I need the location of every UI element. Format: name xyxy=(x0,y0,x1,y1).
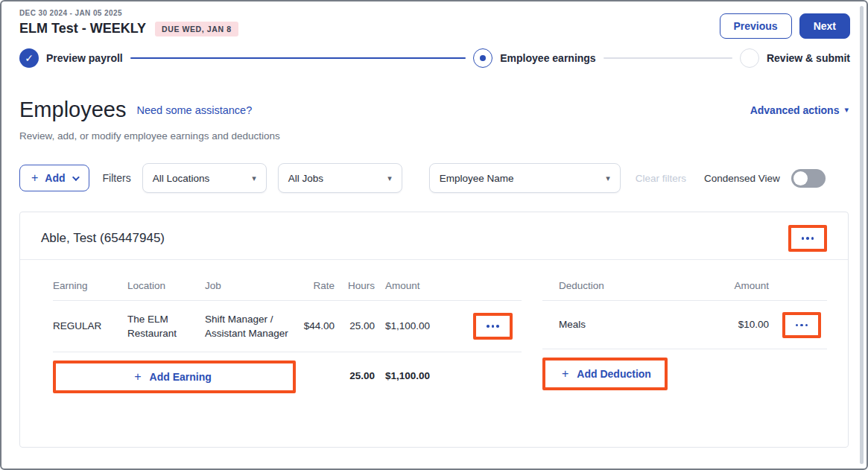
highlight-box xyxy=(473,313,513,340)
earning-row: REGULAR The ELM Restaurant Shift Manager… xyxy=(53,301,522,352)
step-employee-earnings[interactable]: Employee earnings xyxy=(473,48,595,68)
payroll-header-info: DEC 30 2024 - JAN 05 2025 ELM Test - WEE… xyxy=(19,9,238,36)
earning-amount: $1,100.00 xyxy=(375,319,448,334)
progress-stepper: ✓ Preview payroll Employee earnings Revi… xyxy=(1,39,867,68)
add-button[interactable]: + Add xyxy=(19,165,89,191)
plus-icon: + xyxy=(134,371,141,383)
step-label: Employee earnings xyxy=(500,52,595,64)
previous-button[interactable]: Previous xyxy=(720,13,792,39)
deduction-type: Meals xyxy=(542,317,700,332)
earning-location: The ELM Restaurant xyxy=(127,312,205,341)
clear-filters-button[interactable]: Clear filters xyxy=(636,173,686,184)
plus-icon: + xyxy=(31,172,38,184)
add-deduction-label: Add Deduction xyxy=(577,368,651,380)
step-label: Review & submit xyxy=(767,52,850,64)
deduction-amount: $10.00 xyxy=(700,317,769,332)
assistance-link[interactable]: Need some assistance? xyxy=(136,104,252,116)
add-deduction-button[interactable]: + Add Deduction xyxy=(562,368,651,380)
stepper-connector-complete xyxy=(130,57,466,59)
upcoming-step-icon xyxy=(740,48,759,68)
employee-name-filter-dropdown[interactable]: Employee Name ▾ xyxy=(429,163,621,193)
earning-rate: $44.00 xyxy=(296,319,335,334)
scrollbar[interactable] xyxy=(860,6,864,464)
locations-filter-dropdown[interactable]: All Locations ▾ xyxy=(142,163,267,193)
card-divider xyxy=(20,259,848,260)
chevron-down-icon: ▾ xyxy=(387,174,392,183)
check-icon: ✓ xyxy=(19,48,39,68)
column-header: Rate xyxy=(296,280,335,291)
chevron-down-icon: ▾ xyxy=(844,106,849,114)
current-step-icon xyxy=(473,48,492,68)
plus-icon: + xyxy=(562,368,568,380)
payroll-title: ELM Test - WEEKLY xyxy=(19,21,146,36)
add-earning-label: Add Earning xyxy=(150,371,212,383)
filters-label: Filters xyxy=(103,172,131,184)
advanced-actions-label: Advanced actions xyxy=(750,104,840,116)
employee-card: Able, Test (65447945) Earning Location J… xyxy=(19,212,849,448)
column-header: Amount xyxy=(375,280,448,291)
earnings-table: Earning Location Job Rate Hours Amount R… xyxy=(41,280,522,393)
deduction-row: Meals $10.00 xyxy=(542,301,827,349)
filter-bar: + Add Filters All Locations ▾ All Jobs ▾… xyxy=(1,163,867,193)
employee-menu-button[interactable] xyxy=(802,237,814,240)
column-header: Earning xyxy=(53,280,127,291)
earnings-table-footer: + Add Earning 25.00 $1,100.00 xyxy=(53,352,522,393)
employee-name-filter-value: Employee Name xyxy=(440,173,514,184)
column-header: Location xyxy=(127,280,205,291)
employee-name: Able, Test (65447945) xyxy=(41,231,165,246)
jobs-filter-dropdown[interactable]: All Jobs ▾ xyxy=(278,163,402,193)
pay-period-dates: DEC 30 2024 - JAN 05 2025 xyxy=(19,9,238,17)
earning-job: Shift Manager / Assistant Manager xyxy=(205,312,296,341)
add-button-label: Add xyxy=(45,172,65,184)
total-hours: 25.00 xyxy=(335,370,375,381)
chevron-down-icon: ▾ xyxy=(606,174,610,183)
section-subtitle: Review, add, or modify employee earnings… xyxy=(19,130,849,142)
column-header: Job xyxy=(205,280,296,291)
step-label: Preview payroll xyxy=(46,52,123,64)
highlight-box xyxy=(788,225,828,252)
step-review-submit[interactable]: Review & submit xyxy=(740,48,850,68)
jobs-filter-value: All Jobs xyxy=(288,173,323,184)
deductions-table-footer: + Add Deduction xyxy=(542,349,827,390)
highlight-box: + Add Deduction xyxy=(542,358,668,390)
deductions-table-header: Deduction Amount xyxy=(542,280,827,301)
condensed-view-toggle[interactable] xyxy=(791,169,826,188)
column-header: Amount xyxy=(700,280,769,291)
earning-type: REGULAR xyxy=(53,319,127,334)
column-header: Deduction xyxy=(542,280,700,291)
deduction-row-menu-button[interactable] xyxy=(796,324,808,327)
earnings-table-header: Earning Location Job Rate Hours Amount xyxy=(53,280,522,301)
next-button[interactable]: Next xyxy=(799,13,850,39)
payroll-window: DEC 30 2024 - JAN 05 2025 ELM Test - WEE… xyxy=(0,0,868,470)
locations-filter-value: All Locations xyxy=(153,173,210,184)
highlight-box xyxy=(782,312,822,339)
pagination-actions: Previous Next xyxy=(720,13,851,39)
advanced-actions-menu[interactable]: Advanced actions ▾ xyxy=(750,104,849,116)
column-header: Hours xyxy=(335,280,375,291)
highlight-box: + Add Earning xyxy=(53,361,296,393)
earning-hours: 25.00 xyxy=(335,319,375,334)
page-title: Employees xyxy=(19,98,126,122)
chevron-down-icon xyxy=(72,174,80,181)
total-amount: $1,100.00 xyxy=(375,370,448,381)
stepper-connector-upcoming xyxy=(604,57,732,59)
due-date-badge: DUE WED, JAN 8 xyxy=(155,22,238,36)
chevron-down-icon: ▾ xyxy=(252,174,256,183)
employees-section-header: Employees Need some assistance? Advanced… xyxy=(1,68,867,142)
earning-row-menu-button[interactable] xyxy=(487,325,499,328)
deductions-table: Deduction Amount Meals $10.00 + Add xyxy=(542,280,827,393)
add-earning-button[interactable]: + Add Earning xyxy=(134,371,212,383)
topbar: DEC 30 2024 - JAN 05 2025 ELM Test - WEE… xyxy=(1,1,867,39)
condensed-view-label: Condensed View xyxy=(704,173,780,184)
step-preview-payroll[interactable]: ✓ Preview payroll xyxy=(19,48,123,68)
